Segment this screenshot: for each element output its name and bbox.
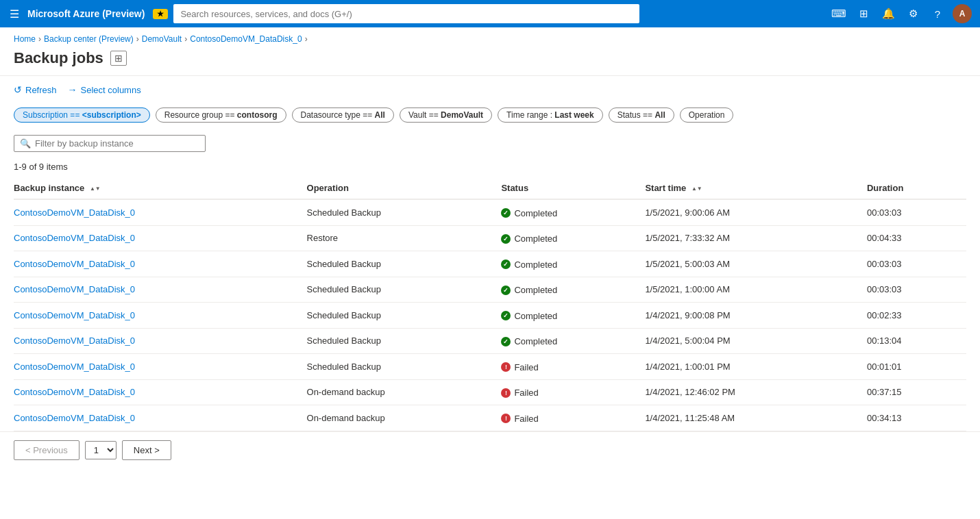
item-count: 1-9 of 9 items — [0, 159, 980, 177]
filter-row: Subscription == <subscription> Resource … — [0, 105, 980, 129]
table-row[interactable]: ContosoDemoVM_DataDisk_0 Scheduled Backu… — [14, 354, 966, 380]
previous-button[interactable]: < Previous — [14, 440, 79, 460]
cell-start-time: 1/4/2021, 11:25:48 AM — [645, 405, 867, 431]
breadcrumb-sep-4: › — [305, 34, 308, 44]
global-search-input[interactable] — [173, 4, 639, 23]
failed-icon — [501, 414, 511, 423]
pagination: < Previous 1 Next > — [0, 431, 980, 468]
cell-operation: Scheduled Backup — [307, 303, 502, 329]
status-badge: Completed — [501, 336, 557, 346]
cell-status: Failed — [501, 379, 645, 405]
cell-duration: 00:37:15 — [867, 379, 966, 405]
table-row[interactable]: ContosoDemoVM_DataDisk_0 On-demand backu… — [14, 405, 966, 431]
app-title: Microsoft Azure (Preview) — [27, 8, 145, 19]
cell-instance[interactable]: ContosoDemoVM_DataDisk_0 — [14, 405, 307, 431]
breadcrumb-sep-2: › — [136, 34, 139, 44]
table-wrap: Backup instance ▲▼ Operation Status Star… — [0, 177, 980, 431]
cell-status: Completed — [501, 199, 645, 225]
refresh-icon: ↺ — [14, 84, 22, 95]
refresh-button[interactable]: ↺ Refresh — [14, 81, 57, 98]
completed-icon — [501, 337, 511, 346]
backup-jobs-table: Backup instance ▲▼ Operation Status Star… — [14, 177, 966, 431]
filter-operation[interactable]: Operation — [680, 107, 734, 123]
completed-icon — [501, 260, 511, 269]
next-label: Next > — [134, 445, 160, 455]
filter-status[interactable]: Status == All — [609, 107, 674, 123]
terminal-icon[interactable]: ⌨ — [828, 3, 850, 25]
cell-start-time: 1/4/2021, 5:00:04 PM — [645, 328, 867, 354]
settings-icon[interactable]: ⚙ — [902, 3, 924, 25]
directory-icon[interactable]: ⊞ — [853, 3, 874, 25]
cell-instance[interactable]: ContosoDemoVM_DataDisk_0 — [14, 354, 307, 380]
top-bar: ☰ Microsoft Azure (Preview) ★ ⌨ ⊞ 🔔 ⚙ ? … — [0, 0, 980, 27]
cell-status: Completed — [501, 251, 645, 277]
search-backup-instance-input[interactable] — [35, 138, 199, 149]
cell-operation: Scheduled Backup — [307, 277, 502, 303]
cell-duration: 00:03:03 — [867, 251, 966, 277]
table-row[interactable]: ContosoDemoVM_DataDisk_0 Scheduled Backu… — [14, 277, 966, 303]
table-row[interactable]: ContosoDemoVM_DataDisk_0 Scheduled Backu… — [14, 199, 966, 225]
cell-instance[interactable]: ContosoDemoVM_DataDisk_0 — [14, 251, 307, 277]
completed-icon — [501, 311, 511, 320]
menu-icon[interactable]: ☰ — [7, 5, 22, 23]
filter-subscription[interactable]: Subscription == <subscription> — [14, 107, 150, 123]
breadcrumb-backup-center[interactable]: Backup center (Preview) — [44, 34, 134, 44]
cell-duration: 00:02:33 — [867, 303, 966, 329]
status-badge: Failed — [501, 414, 538, 424]
col-backup-instance: Backup instance ▲▼ — [14, 177, 307, 199]
top-bar-icons: ⌨ ⊞ 🔔 ⚙ ? A — [828, 3, 973, 25]
help-icon[interactable]: ? — [927, 3, 948, 25]
completed-icon — [501, 208, 511, 218]
cell-duration: 00:04:33 — [867, 225, 966, 251]
table-row[interactable]: ContosoDemoVM_DataDisk_0 Scheduled Backu… — [14, 251, 966, 277]
next-button[interactable]: Next > — [122, 440, 171, 460]
cell-start-time: 1/5/2021, 5:00:03 AM — [645, 251, 867, 277]
breadcrumb-home[interactable]: Home — [14, 34, 36, 44]
previous-label: < Previous — [25, 445, 68, 455]
cell-instance[interactable]: ContosoDemoVM_DataDisk_0 — [14, 199, 307, 225]
select-columns-button[interactable]: → Select columns — [68, 81, 141, 98]
cell-status: Completed — [501, 225, 645, 251]
table-row[interactable]: ContosoDemoVM_DataDisk_0 Scheduled Backu… — [14, 303, 966, 329]
breadcrumb-sep-1: › — [38, 34, 41, 44]
table-row[interactable]: ContosoDemoVM_DataDisk_0 Scheduled Backu… — [14, 328, 966, 354]
status-badge: Completed — [501, 208, 557, 218]
page-select[interactable]: 1 — [85, 441, 117, 459]
status-badge: Failed — [501, 388, 538, 398]
table-row[interactable]: ContosoDemoVM_DataDisk_0 Restore Complet… — [14, 225, 966, 251]
cell-status: Failed — [501, 354, 645, 380]
filter-datasource-type[interactable]: Datasource type == All — [292, 107, 394, 123]
breadcrumb-vm[interactable]: ContosoDemoVM_DataDisk_0 — [190, 34, 302, 44]
cell-duration: 00:01:01 — [867, 354, 966, 380]
pin-icon[interactable]: ⊞ — [110, 51, 127, 66]
cell-duration: 00:03:03 — [867, 199, 966, 225]
cell-instance[interactable]: ContosoDemoVM_DataDisk_0 — [14, 328, 307, 354]
filter-vault[interactable]: Vault == DemoVault — [400, 107, 492, 123]
cell-status: Completed — [501, 328, 645, 354]
cell-operation: Scheduled Backup — [307, 251, 502, 277]
status-badge: Completed — [501, 311, 557, 321]
status-badge: Completed — [501, 260, 557, 270]
cell-instance[interactable]: ContosoDemoVM_DataDisk_0 — [14, 303, 307, 329]
cell-status: Completed — [501, 277, 645, 303]
toolbar: ↺ Refresh → Select columns — [0, 79, 980, 105]
filter-time-range[interactable]: Time range : Last week — [498, 107, 603, 123]
notification-icon[interactable]: 🔔 — [877, 3, 899, 25]
cell-start-time: 1/5/2021, 9:00:06 AM — [645, 199, 867, 225]
filter-resource-group[interactable]: Resource group == contosorg — [156, 107, 286, 123]
table-row[interactable]: ContosoDemoVM_DataDisk_0 On-demand backu… — [14, 379, 966, 405]
cell-instance[interactable]: ContosoDemoVM_DataDisk_0 — [14, 225, 307, 251]
col-operation: Operation — [307, 177, 502, 199]
sort-backup-instance[interactable]: ▲▼ — [90, 186, 101, 192]
breadcrumb-sep-3: › — [184, 34, 187, 44]
sort-start-time[interactable]: ▲▼ — [691, 186, 702, 192]
search-icon: 🔍 — [20, 138, 31, 149]
cell-start-time: 1/4/2021, 9:00:08 PM — [645, 303, 867, 329]
cell-duration: 00:03:03 — [867, 277, 966, 303]
cell-status: Failed — [501, 405, 645, 431]
cell-operation: Restore — [307, 225, 502, 251]
avatar[interactable]: A — [951, 3, 973, 25]
breadcrumb-demovault[interactable]: DemoVault — [142, 34, 182, 44]
cell-instance[interactable]: ContosoDemoVM_DataDisk_0 — [14, 277, 307, 303]
cell-instance[interactable]: ContosoDemoVM_DataDisk_0 — [14, 379, 307, 405]
